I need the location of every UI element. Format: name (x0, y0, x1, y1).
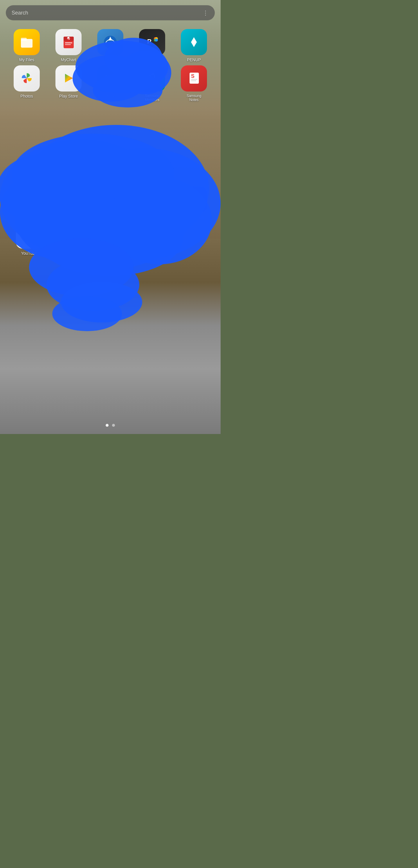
app-icon-walmart (56, 186, 82, 213)
svg-text:S: S (191, 73, 194, 79)
app-row-1: My Files MyChart (6, 29, 215, 62)
app-icon-paramount (97, 29, 123, 55)
svg-rect-44 (190, 196, 198, 203)
app-icon-hidden (139, 186, 165, 213)
app-label-youtube: YouTube (21, 251, 37, 256)
svg-text:P: P (147, 38, 152, 45)
app-icon-youtube (16, 222, 42, 249)
app-icon-penup (181, 29, 207, 55)
app-icon-mychart (56, 29, 82, 55)
app-play-store[interactable]: Play Store (50, 65, 87, 99)
app-youtube[interactable]: YouTube (9, 222, 50, 256)
app-label-mychart: MyChart (61, 58, 76, 62)
app-hidden-slot[interactable] (133, 186, 171, 215)
app-mychart[interactable]: MyChart (50, 29, 87, 62)
app-row-4: YouTube YT Music (6, 222, 215, 256)
app-label-weather: Weather (103, 215, 118, 220)
search-menu-icon[interactable]: ⋮ (203, 9, 209, 16)
app-yahoo-mail[interactable]: Yahoo Mail (175, 186, 213, 220)
app-icon-photos (14, 65, 40, 92)
app-icon-weather (97, 186, 123, 213)
svg-rect-43 (106, 201, 115, 204)
app-icon-my-files (14, 29, 40, 55)
svg-point-51 (68, 235, 71, 237)
app-icon-po: P (139, 29, 165, 55)
app-label-play-store: Play Store (59, 94, 78, 99)
app-label-samsung-notes: SamsungNotes (187, 94, 201, 102)
svg-text:video: video (105, 77, 113, 81)
svg-point-12 (155, 39, 158, 41)
app-yt-music[interactable]: YT Music (50, 222, 90, 256)
page-dot-1[interactable] (106, 424, 108, 427)
page-indicators (0, 424, 221, 427)
app-paramount[interactable]: Pa... (91, 29, 129, 62)
app-label-penup: PENUP (187, 58, 201, 62)
page-dot-2[interactable] (112, 424, 115, 427)
app-row-3: Voicemail Walmart (6, 186, 215, 220)
svg-line-35 (65, 201, 67, 203)
app-walmart[interactable]: Walmart (50, 186, 87, 220)
search-bar[interactable]: Search ⋮ (6, 5, 215, 20)
svg-rect-22 (191, 79, 197, 80)
app-row-hidden (6, 105, 215, 184)
svg-rect-23 (191, 81, 196, 81)
app-label-yt-music: YT Music (61, 251, 78, 256)
app-label-paramount: Pa... (106, 58, 115, 62)
search-placeholder: Search (11, 10, 28, 16)
svg-point-19 (150, 75, 151, 77)
app-my-files[interactable]: My Files (8, 29, 45, 62)
app-icon-samsung-notes: S (181, 65, 207, 92)
svg-line-32 (65, 196, 67, 198)
app-label-my-files: My Files (19, 58, 34, 62)
app-label-walmart: Walmart (61, 215, 76, 220)
svg-rect-1 (21, 38, 27, 41)
app-grid: My Files MyChart (0, 29, 221, 256)
svg-rect-5 (65, 44, 71, 45)
svg-line-33 (70, 201, 72, 203)
svg-line-34 (70, 196, 72, 198)
app-label-photos: Photos (20, 94, 33, 99)
svg-rect-26 (24, 198, 30, 200)
app-icon-voicemail (14, 186, 40, 213)
app-label-yahoo-mail: Yahoo Mail (184, 215, 204, 220)
app-weather[interactable]: Weather (91, 186, 129, 220)
app-row-2: Photos Play Store (6, 65, 215, 102)
app-label-prime: Prime (105, 94, 116, 99)
app-po[interactable]: P (133, 29, 171, 58)
app-samsung-notes[interactable]: S SamsungNotes (175, 65, 213, 102)
app-icon-play-store (56, 65, 82, 92)
svg-marker-13 (191, 37, 197, 47)
app-photos[interactable]: Photos (8, 65, 45, 99)
app-voicemail[interactable]: Voicemail (8, 186, 45, 220)
app-label-voicemail: Voicemail (18, 215, 35, 220)
app-icon-yt-music (57, 222, 83, 249)
app-label-samsung-members: SamsungMembers (145, 94, 160, 102)
app-samsung-members[interactable]: SamsungMembers (133, 65, 171, 102)
app-icon-yahoo-mail (181, 186, 207, 213)
app-icon-samsung-members (139, 65, 165, 92)
app-icon-prime: prime video (97, 65, 123, 92)
app-prime[interactable]: prime video Prime (91, 65, 129, 99)
app-penup[interactable]: PENUP (175, 29, 213, 62)
svg-rect-4 (65, 42, 72, 43)
